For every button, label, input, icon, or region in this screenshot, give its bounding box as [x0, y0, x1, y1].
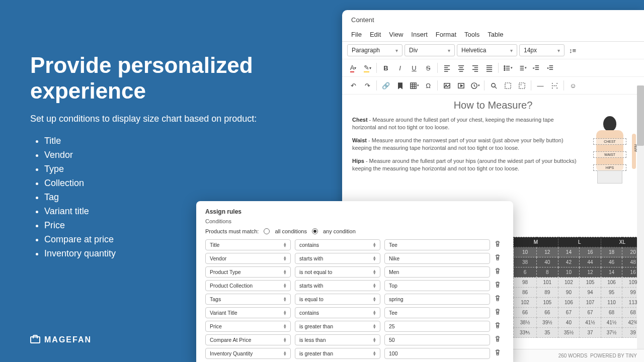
media-button[interactable] — [455, 79, 467, 92]
line-height-button[interactable]: ↕≡ — [567, 44, 579, 56]
redo-button[interactable]: ↷ — [361, 79, 373, 92]
size-cell: 41½ — [580, 318, 601, 328]
undo-button[interactable]: ↶ — [347, 79, 359, 92]
link-button[interactable]: 🔗 — [380, 79, 392, 92]
rule-value-input[interactable]: 50 — [384, 334, 490, 345]
size-cell: 106 — [601, 278, 622, 288]
svg-rect-9 — [505, 82, 510, 88]
menu-file[interactable]: File — [351, 31, 362, 38]
select-all-button[interactable] — [502, 79, 514, 92]
menu-format[interactable]: Format — [436, 31, 456, 38]
delete-rule-button[interactable] — [494, 335, 503, 344]
rule-row: Product Type▴▾is not equal to▴▾Men — [205, 266, 504, 278]
align-justify-button[interactable] — [483, 62, 495, 74]
bookmark-button[interactable] — [394, 79, 406, 92]
number-list-button[interactable]: ▾ — [516, 62, 528, 74]
delete-rule-button[interactable] — [494, 254, 503, 263]
emoji-button[interactable]: ☺ — [567, 79, 579, 92]
size-cell: 18 — [601, 247, 622, 257]
rule-field-select[interactable]: Inventory Quantity▴▾ — [205, 348, 291, 359]
align-right-button[interactable] — [469, 62, 481, 74]
rule-operator-select[interactable]: starts with▴▾ — [295, 253, 380, 264]
rule-value-input[interactable]: Top — [384, 280, 490, 291]
delete-rule-button[interactable] — [494, 349, 503, 358]
scrollbar-thumb[interactable] — [637, 85, 644, 146]
outdent-button[interactable] — [530, 62, 542, 74]
text-color-button[interactable]: A▾ — [347, 62, 359, 74]
strike-button[interactable]: S — [422, 62, 434, 74]
delete-rule-button[interactable] — [494, 322, 503, 331]
size-cell: 10 — [514, 247, 537, 257]
font-size-select[interactable]: 14px▾ — [519, 44, 565, 56]
hr-button[interactable]: — — [534, 79, 546, 92]
rule-operator-select[interactable]: contains▴▾ — [295, 307, 380, 318]
rule-field-select[interactable]: Title▴▾ — [205, 239, 291, 250]
size-cell: 102 — [514, 298, 537, 308]
pagebreak-button[interactable] — [548, 79, 560, 92]
bold-button[interactable]: B — [380, 62, 392, 74]
rule-operator-select[interactable]: is equal to▴▾ — [295, 294, 380, 305]
rule-row: Vendor▴▾starts with▴▾Nike — [205, 253, 504, 264]
show-blocks-button[interactable] — [516, 79, 528, 92]
rule-operator-select[interactable]: starts with▴▾ — [295, 280, 380, 291]
search-button[interactable] — [488, 79, 500, 92]
delete-rule-button[interactable] — [494, 267, 503, 277]
size-cell: 66 — [537, 308, 558, 318]
align-left-button[interactable] — [441, 62, 453, 74]
rule-field-select[interactable]: Compare At Price▴▾ — [205, 334, 291, 345]
rule-value-input[interactable]: spring — [384, 294, 490, 305]
content-label: Content — [342, 10, 644, 28]
delete-rule-button[interactable] — [494, 240, 503, 249]
size-cell: 95 — [601, 288, 622, 298]
image-button[interactable] — [441, 79, 453, 92]
rule-row: Title▴▾contains▴▾Tee — [205, 239, 504, 250]
rule-field-select[interactable]: Product Collection▴▾ — [205, 280, 291, 291]
rule-field-select[interactable]: Price▴▾ — [205, 321, 291, 332]
rule-operator-select[interactable]: is not equal to▴▾ — [295, 266, 380, 278]
menu-insert[interactable]: Insert — [411, 31, 428, 38]
menu-view[interactable]: View — [389, 31, 403, 38]
indent-button[interactable] — [544, 62, 556, 74]
scrollbar-track[interactable] — [637, 85, 644, 349]
align-center-button[interactable] — [455, 62, 467, 74]
rule-value-input[interactable]: Tee — [384, 239, 490, 250]
delete-rule-button[interactable] — [494, 308, 503, 317]
size-cell: 39½ — [537, 318, 558, 328]
rule-operator-select[interactable]: is less than▴▾ — [295, 334, 380, 345]
bullet-list-button[interactable]: ▾ — [502, 62, 514, 74]
wrapper-select[interactable]: Div▾ — [405, 44, 455, 56]
size-cell: 67 — [558, 308, 580, 318]
rule-value-input[interactable]: Tee — [384, 307, 490, 318]
rule-operator-select[interactable]: is greater than▴▾ — [295, 348, 380, 359]
rule-field-select[interactable]: Tags▴▾ — [205, 294, 291, 305]
delete-rule-button[interactable] — [494, 295, 503, 304]
svg-point-1 — [504, 67, 505, 68]
menu-edit[interactable]: Edit — [370, 31, 381, 38]
rule-value-input[interactable]: Nike — [384, 253, 490, 264]
datetime-button[interactable]: ▾ — [469, 79, 481, 92]
radio-all-conditions[interactable] — [264, 228, 270, 234]
rule-value-input[interactable]: Men — [384, 266, 490, 278]
rule-operator-select[interactable]: contains▴▾ — [295, 239, 380, 250]
rule-field-select[interactable]: Variant Title▴▾ — [205, 307, 291, 318]
size-cell: 10 — [558, 267, 580, 278]
rule-value-input[interactable]: 25 — [384, 321, 490, 332]
rule-operator-select[interactable]: is greater than▴▾ — [295, 321, 380, 332]
font-family-select[interactable]: Helvetica▾ — [457, 44, 517, 56]
highlight-button[interactable]: ✎▾ — [361, 62, 373, 74]
radio-any-condition[interactable] — [312, 228, 318, 234]
menu-tools[interactable]: Tools — [464, 31, 479, 38]
rule-value-input[interactable]: 100 — [384, 348, 490, 359]
rule-field-select[interactable]: Vendor▴▾ — [205, 253, 291, 264]
underline-button[interactable]: U — [408, 62, 420, 74]
block-format-select[interactable]: Paragraph▾ — [347, 44, 403, 56]
italic-button[interactable]: I — [394, 62, 406, 74]
toolbar-row-1: Paragraph▾ Div▾ Helvetica▾ 14px▾ ↕≡ — [342, 42, 644, 59]
delete-rule-button[interactable] — [494, 281, 503, 290]
table-button[interactable]: ▾ — [408, 79, 420, 92]
menu-table[interactable]: Table — [488, 31, 503, 38]
size-cell: 86 — [514, 288, 537, 298]
rule-field-select[interactable]: Product Type▴▾ — [205, 266, 291, 278]
special-char-button[interactable]: Ω — [422, 79, 434, 92]
match-label: Products must match: — [205, 228, 259, 234]
